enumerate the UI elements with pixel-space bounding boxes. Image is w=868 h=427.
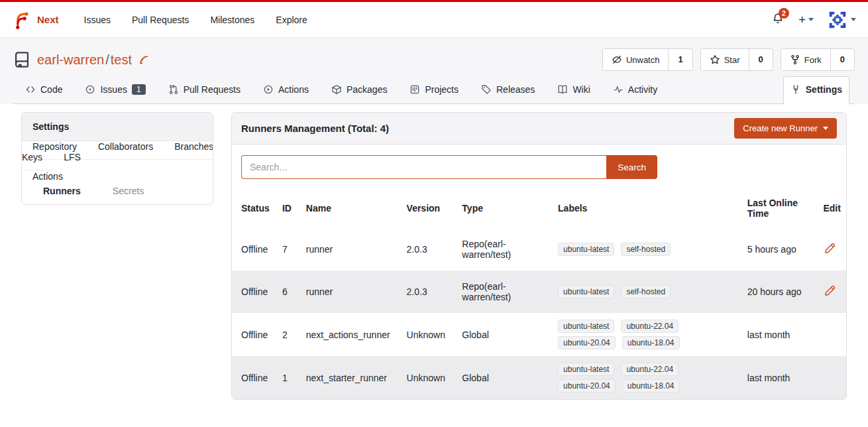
tab-projects[interactable]: Projects bbox=[403, 77, 465, 103]
runner-name: next_starter_runner bbox=[301, 356, 402, 399]
search-input[interactable] bbox=[241, 155, 606, 179]
runner-name: runner bbox=[301, 271, 402, 313]
runner-type: Global bbox=[457, 313, 553, 356]
tab-label: Projects bbox=[425, 84, 459, 95]
label-chip: ubuntu-latest bbox=[558, 285, 614, 298]
brand-label: Next bbox=[37, 14, 59, 25]
label-chip: ubuntu-latest bbox=[558, 363, 614, 376]
sidebar-subitem-secrets[interactable]: Secrets bbox=[91, 182, 154, 200]
labels-list: ubuntu-latestubuntu-22.04ubuntu-20.04ubu… bbox=[558, 363, 700, 393]
tag-icon bbox=[481, 84, 492, 95]
search-button[interactable]: Search bbox=[606, 155, 657, 179]
runner-last-online: 5 hours ago bbox=[742, 228, 818, 271]
tab-label: Pull Requests bbox=[184, 84, 241, 95]
project-icon bbox=[409, 84, 420, 95]
runner-type-text: Repo(earl-warren/test) bbox=[462, 239, 531, 260]
table-header-row: StatusIDNameVersionTypeLabelsLast Online… bbox=[232, 188, 846, 228]
runner-row: Offline2next_actions_runnerUnknownGlobal… bbox=[232, 313, 846, 356]
runner-last-online: 20 hours ago bbox=[742, 271, 818, 313]
book-icon bbox=[557, 84, 568, 95]
user-menu-button[interactable] bbox=[828, 11, 856, 29]
sidebar-item-branches[interactable]: Branches bbox=[164, 134, 213, 160]
tab-packages[interactable]: Packages bbox=[325, 77, 394, 103]
chevron-down-icon bbox=[823, 127, 828, 130]
tools-icon bbox=[790, 84, 801, 95]
runner-type: Repo(earl-warren/test) bbox=[457, 228, 553, 271]
tab-label: Code bbox=[40, 84, 62, 95]
navbar-link-milestones[interactable]: Milestones bbox=[202, 9, 262, 30]
edit-runner-button[interactable] bbox=[823, 284, 837, 300]
column-header-name: Name bbox=[301, 188, 402, 228]
tab-code[interactable]: Code bbox=[19, 77, 69, 103]
repo-title: earl-warren/test bbox=[13, 51, 150, 68]
runner-labels: ubuntu-latestubuntu-22.04ubuntu-20.04ubu… bbox=[553, 313, 742, 356]
forgejo-logo[interactable]: Next bbox=[12, 10, 59, 30]
navbar-link-explore[interactable]: Explore bbox=[268, 9, 315, 30]
tab-wiki[interactable]: Wiki bbox=[551, 77, 596, 103]
forgejo-logo-icon bbox=[12, 10, 32, 30]
tab-actions[interactable]: Actions bbox=[256, 77, 315, 103]
package-icon bbox=[331, 84, 342, 95]
pulse-icon bbox=[613, 84, 624, 95]
navbar-link-issues[interactable]: Issues bbox=[76, 9, 119, 30]
tab-pull-requests[interactable]: Pull Requests bbox=[162, 77, 247, 103]
star-button[interactable]: Star bbox=[701, 49, 749, 70]
tab-label: Actions bbox=[278, 84, 309, 95]
search-section: Search bbox=[232, 145, 846, 183]
runner-edit-cell bbox=[818, 271, 846, 313]
rss-icon[interactable] bbox=[138, 54, 150, 66]
fork-button[interactable]: Fork bbox=[781, 49, 830, 70]
sidebar-item-collaborators[interactable]: Collaborators bbox=[87, 134, 164, 160]
repo-owner-link[interactable]: earl-warren bbox=[37, 52, 104, 67]
star-count[interactable]: 0 bbox=[749, 49, 773, 70]
runner-row: Offline1next_starter_runnerUnknownGlobal… bbox=[232, 356, 846, 399]
unwatch-button[interactable]: Unwatch bbox=[603, 49, 669, 70]
runner-last-online: last month bbox=[742, 356, 818, 399]
repo-name-link[interactable]: test bbox=[111, 52, 132, 67]
column-header-edit: Edit bbox=[818, 188, 846, 228]
edit-runner-button[interactable] bbox=[823, 241, 837, 257]
runner-labels: ubuntu-latestubuntu-22.04ubuntu-20.04ubu… bbox=[553, 356, 742, 399]
pull-request-icon bbox=[168, 84, 179, 95]
star-label: Star bbox=[724, 55, 740, 65]
runner-edit-cell bbox=[818, 313, 846, 356]
code-icon bbox=[25, 84, 36, 95]
runners-panel: Runners Management (Total: 4) Create new… bbox=[231, 112, 847, 400]
runner-search-form: Search bbox=[241, 155, 657, 179]
runner-version: Unknown bbox=[402, 356, 457, 399]
runner-name: next_actions_runner bbox=[301, 313, 402, 356]
star-button-group: Star0 bbox=[700, 48, 773, 71]
navbar-link-pull-requests[interactable]: Pull Requests bbox=[124, 9, 197, 30]
runner-status: Offline bbox=[232, 228, 277, 271]
repo-header: earl-warren/test Unwatch1Star0Fork0 Code… bbox=[0, 38, 868, 104]
navbar-links: IssuesPull RequestsMilestonesExplore bbox=[76, 9, 315, 30]
labels-list: ubuntu-latestself-hosted bbox=[558, 285, 700, 298]
tab-issues[interactable]: Issues1 bbox=[78, 77, 152, 103]
create-new-runner-button[interactable]: Create new Runner bbox=[734, 118, 837, 139]
label-chip: self-hosted bbox=[621, 285, 671, 298]
issue-icon bbox=[85, 84, 95, 95]
column-header-id: ID bbox=[277, 188, 301, 228]
unwatch-button-group: Unwatch1 bbox=[602, 48, 693, 71]
tab-settings[interactable]: Settings bbox=[783, 76, 849, 104]
panel-header: Runners Management (Total: 4) Create new… bbox=[232, 113, 846, 145]
tab-activity[interactable]: Activity bbox=[606, 77, 664, 103]
notifications-button[interactable]: 2 bbox=[772, 13, 784, 27]
label-chip: ubuntu-latest bbox=[558, 243, 614, 256]
label-chip: ubuntu-latest bbox=[558, 320, 614, 333]
tab-releases[interactable]: Releases bbox=[474, 77, 541, 103]
label-chip: ubuntu-20.04 bbox=[558, 379, 616, 393]
label-chip: ubuntu-20.04 bbox=[558, 336, 616, 349]
runner-version: 2.0.3 bbox=[402, 271, 457, 313]
sidebar-subitem-runners[interactable]: Runners bbox=[22, 182, 91, 200]
tab-label: Wiki bbox=[572, 84, 590, 95]
fork-count[interactable]: 0 bbox=[830, 49, 854, 70]
runner-version: Unknown bbox=[402, 313, 457, 356]
sidebar-item-lfs[interactable]: LFS bbox=[53, 145, 91, 170]
runner-row: Offline6runner2.0.3Repo(earl-warren/test… bbox=[232, 271, 846, 313]
unwatch-count[interactable]: 1 bbox=[668, 49, 692, 70]
create-menu-button[interactable]: + bbox=[798, 13, 814, 27]
labels-list: ubuntu-latestubuntu-22.04ubuntu-20.04ubu… bbox=[558, 320, 700, 349]
column-header-version: Version bbox=[402, 188, 457, 228]
repo-separator: / bbox=[104, 52, 111, 67]
